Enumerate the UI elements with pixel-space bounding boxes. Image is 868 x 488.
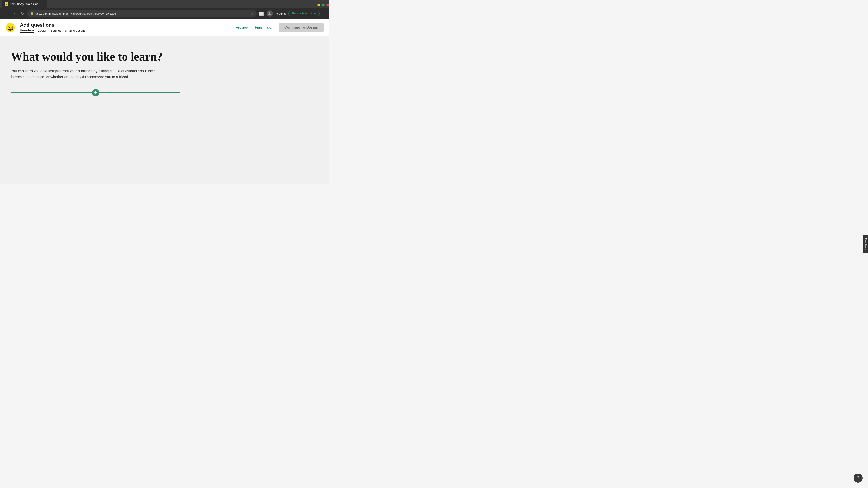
add-question-button[interactable]: + xyxy=(92,89,99,96)
svg-point-11 xyxy=(12,26,13,28)
url-text: us21.admin.mailchimp.com/lists/surveys/e… xyxy=(35,12,249,15)
active-tab[interactable]: M Edit Survey | Mailchimp ✕ xyxy=(2,0,47,8)
breadcrumb: Questions › Design › Settings › Sharing … xyxy=(20,29,231,33)
header-title-section: Add questions Questions › Design › Setti… xyxy=(20,22,231,33)
profile-icon[interactable] xyxy=(267,10,273,17)
breadcrumb-sep-2: › xyxy=(49,29,49,32)
plus-icon: + xyxy=(94,90,97,95)
nav-right-actions: ⬜ Incognito Relaunch to update ⋮ xyxy=(258,10,327,17)
nav-bar: ← → ↻ 🔒 us21.admin.mailchimp.com/lists/s… xyxy=(0,8,329,19)
breadcrumb-design[interactable]: Design xyxy=(38,29,47,32)
svg-point-10 xyxy=(8,26,9,28)
add-question-row: + xyxy=(11,89,180,96)
breadcrumb-questions[interactable]: Questions xyxy=(20,29,34,33)
minimize-button[interactable] xyxy=(317,4,320,6)
header-actions: Preview Finish later Continue To Design xyxy=(236,23,324,32)
reload-button[interactable]: ↻ xyxy=(19,10,25,17)
relaunch-button[interactable]: Relaunch to update xyxy=(288,11,320,17)
survey-description: You can learn valuable insights from you… xyxy=(11,68,169,80)
divider-left xyxy=(11,92,92,93)
new-tab-button[interactable]: + xyxy=(47,2,53,8)
survey-heading: What would you like to learn? xyxy=(11,50,318,64)
window-controls xyxy=(317,4,329,8)
continue-to-design-button[interactable]: Continue To Design xyxy=(279,23,324,32)
close-button[interactable] xyxy=(327,4,329,6)
breadcrumb-settings[interactable]: Settings xyxy=(51,29,61,32)
address-bar[interactable]: 🔒 us21.admin.mailchimp.com/lists/surveys… xyxy=(27,10,256,17)
breadcrumb-sep-3: › xyxy=(63,29,64,32)
more-options-button[interactable]: ⋮ xyxy=(322,11,327,16)
maximize-button[interactable] xyxy=(322,4,324,6)
svg-point-8 xyxy=(9,27,10,28)
back-button[interactable]: ← xyxy=(3,10,9,17)
browser-chrome: M Edit Survey | Mailchimp ✕ + ← → ↻ 🔒 us… xyxy=(0,0,329,19)
bookmark-icon[interactable]: ☆ xyxy=(250,12,253,15)
breadcrumb-sep-1: › xyxy=(36,29,37,32)
divider-right xyxy=(99,92,180,93)
app-header: Add questions Questions › Design › Setti… xyxy=(0,19,329,36)
page-title: Add questions xyxy=(20,22,231,28)
finish-later-link[interactable]: Finish later xyxy=(255,26,273,30)
mailchimp-logo xyxy=(5,23,16,33)
tab-title: Edit Survey | Mailchimp xyxy=(10,2,39,6)
security-icon: 🔒 xyxy=(30,12,34,15)
breadcrumb-sharing[interactable]: Sharing options xyxy=(65,29,85,32)
tab-favicon: M xyxy=(4,2,8,6)
split-view-button[interactable]: ⬜ xyxy=(258,10,265,17)
preview-link[interactable]: Preview xyxy=(236,26,249,30)
tab-close-button[interactable]: ✕ xyxy=(41,2,44,6)
tab-bar: M Edit Survey | Mailchimp ✕ + xyxy=(0,0,329,8)
main-content: What would you like to learn? You can le… xyxy=(0,36,329,184)
forward-button[interactable]: → xyxy=(11,10,17,17)
svg-point-7 xyxy=(9,27,12,29)
incognito-label: Incognito xyxy=(275,12,287,15)
svg-point-9 xyxy=(11,27,11,28)
svg-text:M: M xyxy=(6,3,7,5)
